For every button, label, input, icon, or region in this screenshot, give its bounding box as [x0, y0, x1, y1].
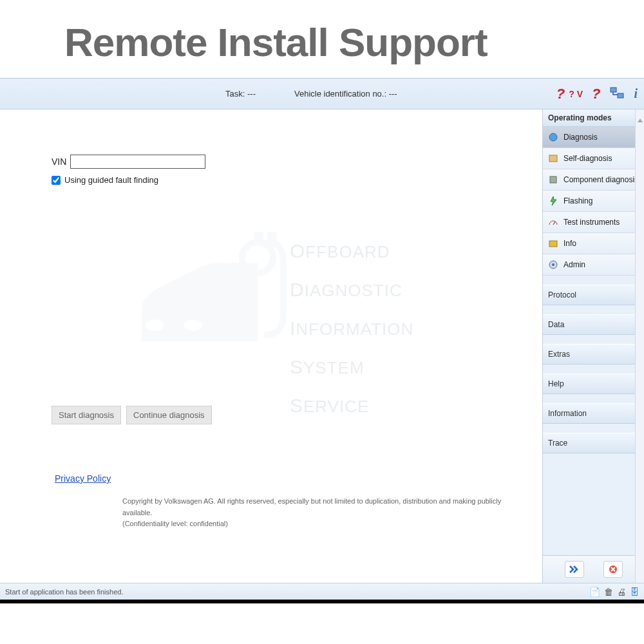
mode-component-diagnosis[interactable]: Component diagnosis	[543, 169, 644, 191]
guided-fault-label: Using guided fault finding	[64, 175, 158, 185]
task-value: ---	[247, 89, 256, 99]
double-arrow-right-icon	[569, 565, 580, 574]
guided-fault-checkbox[interactable]	[52, 176, 61, 185]
self-diagnosis-icon	[548, 153, 558, 164]
gauge-icon	[548, 217, 558, 227]
privacy-policy-link[interactable]: Privacy Policy	[55, 473, 111, 484]
task-label: Task:	[225, 89, 245, 99]
page-heading: Remote Install Support	[0, 0, 644, 78]
component-icon	[548, 175, 558, 185]
car-watermark-icon	[129, 225, 296, 374]
app-window: Task: --- Vehicle identification no.: --…	[0, 78, 644, 600]
mode-test-instruments[interactable]: Test instruments	[543, 212, 644, 233]
vin-input-label: VIN	[52, 156, 66, 167]
status-message: Start of application has been finished.	[5, 588, 123, 596]
vin-header-field: Vehicle identification no.: ---	[294, 89, 397, 99]
diagnosis-icon	[548, 132, 558, 142]
admin-icon	[548, 260, 558, 270]
continue-diagnosis-button[interactable]: Continue diagnosis	[126, 406, 212, 424]
task-field: Task: ---	[225, 89, 256, 99]
bottom-border	[0, 600, 644, 603]
info-mode-icon	[548, 238, 558, 249]
start-diagnosis-button[interactable]: Start diagnosis	[52, 406, 121, 424]
sidebar: Operating modes ▴ Diagnosis Self-diagnos…	[542, 109, 644, 583]
mode-flashing[interactable]: Flashing	[543, 191, 644, 212]
status-icon-drive[interactable]: 🗄	[630, 587, 639, 597]
svg-rect-12	[549, 241, 557, 247]
network-icon[interactable]	[609, 85, 625, 102]
vin-header-label: Vehicle identification no.:	[294, 89, 386, 99]
panel-information[interactable]: Information▾	[543, 403, 644, 424]
svg-point-2	[146, 319, 164, 331]
svg-point-14	[552, 263, 554, 266]
panel-trace[interactable]: Trace▾	[543, 433, 644, 453]
copyright-text: Copyright by Volkswagen AG. All rights r…	[122, 496, 529, 530]
flashing-icon	[548, 196, 558, 206]
voltage-warning-icon[interactable]: ?	[556, 86, 565, 102]
svg-rect-0	[611, 88, 616, 92]
help-question-icon[interactable]: ?	[592, 86, 600, 102]
vin-input[interactable]	[70, 155, 205, 169]
svg-rect-6	[267, 232, 276, 245]
status-icon-2[interactable]: 🗑	[604, 587, 613, 597]
status-icon-1[interactable]: 📄	[589, 587, 600, 597]
panel-help[interactable]: Help▾	[543, 374, 644, 394]
svg-rect-1	[618, 93, 623, 98]
voltage-text: ? V	[569, 89, 583, 99]
forward-button[interactable]	[565, 561, 584, 578]
panel-protocol[interactable]: Protocol▾	[543, 285, 644, 305]
mode-admin[interactable]: Admin	[543, 254, 644, 276]
scrollbar[interactable]	[635, 109, 644, 583]
svg-rect-8	[549, 155, 557, 162]
vin-header-value: ---	[389, 89, 397, 99]
top-bar: Task: --- Vehicle identification no.: --…	[0, 79, 644, 109]
svg-point-3	[184, 319, 202, 331]
mode-diagnosis[interactable]: Diagnosis	[543, 127, 644, 148]
panel-extras[interactable]: Extras▾	[543, 344, 644, 365]
svg-rect-9	[550, 176, 556, 183]
watermark-text: OFFBOARD DIAGNOSTIC INFORMATION SYSTEM S…	[290, 232, 413, 425]
mode-self-diagnosis[interactable]: Self-diagnosis	[543, 148, 644, 169]
operating-modes-list: Diagnosis Self-diagnosis Component diagn…	[543, 127, 644, 276]
main-pane: VIN Using guided fault finding OFFBOARD …	[0, 109, 542, 583]
status-icon-print[interactable]: 🖨	[617, 587, 626, 597]
svg-rect-5	[254, 232, 263, 245]
mode-info[interactable]: Info	[543, 233, 644, 254]
panel-data[interactable]: Data▾	[543, 314, 644, 335]
cancel-icon	[608, 564, 618, 574]
svg-marker-10	[551, 196, 556, 205]
cancel-button[interactable]	[603, 561, 623, 578]
info-icon[interactable]: i	[634, 86, 638, 101]
operating-modes-header[interactable]: Operating modes ▴	[543, 109, 644, 127]
status-bar: Start of application has been finished. …	[0, 583, 644, 600]
svg-point-7	[549, 133, 557, 141]
svg-point-4	[242, 242, 273, 273]
